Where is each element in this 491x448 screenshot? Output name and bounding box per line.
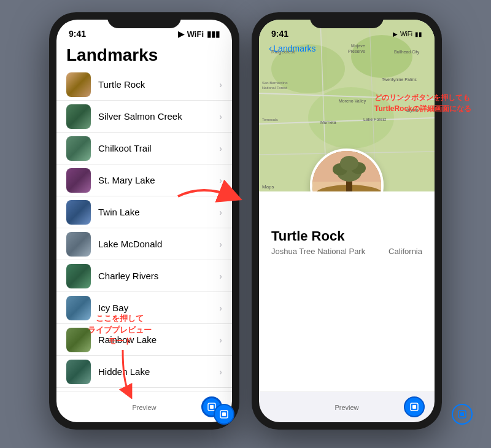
svg-rect-34 xyxy=(412,405,416,409)
thumb-twin-lake xyxy=(66,200,91,225)
detail-landmark-name: Turtle Rock xyxy=(271,228,422,244)
left-phone-frame: 9:41 ▶ WiFi ▮▮▮ Landmarks Turtle Rock › xyxy=(49,12,239,430)
back-chevron-icon: ‹ xyxy=(269,43,272,54)
name-silver-salmon: Silver Salmon Creek xyxy=(98,111,212,122)
chevron-rainbow-lake: › xyxy=(219,335,222,345)
list-item-st-mary[interactable]: St. Mary Lake › xyxy=(56,164,232,196)
list-item-turtle-rock[interactable]: Turtle Rock › xyxy=(56,69,232,101)
thumb-silver-salmon xyxy=(66,104,91,129)
right-phone-screen: 9:41 ▶ WiFi ▮▮ ‹ Landmarks xyxy=(259,20,435,422)
thumb-chilkoot xyxy=(66,136,91,161)
landmark-list: Turtle Rock › Silver Salmon Creek › Chil… xyxy=(56,69,232,392)
wifi-icon-right: WiFi xyxy=(400,31,412,37)
status-time-right: 9:41 xyxy=(271,29,288,39)
list-item-icy-bay[interactable]: Icy Bay › xyxy=(56,292,232,324)
preview-label-right: Preview xyxy=(334,404,358,411)
notch-right xyxy=(310,12,384,28)
name-st-mary: St. Mary Lake xyxy=(98,175,212,185)
chevron-hidden-lake: › xyxy=(219,367,222,377)
thumb-turtle-rock xyxy=(66,72,91,97)
name-lake-mcdonald: Lake McDonald xyxy=(98,239,212,249)
thumb-lake-mcdonald xyxy=(66,232,91,257)
list-item-lake-mcdonald[interactable]: Lake McDonald › xyxy=(56,228,232,260)
thumb-charley-rivers xyxy=(66,264,91,288)
preview-label-left: Preview xyxy=(132,404,156,411)
svg-text:National Forest: National Forest xyxy=(262,86,287,90)
preview-icon-filled[interactable] xyxy=(404,396,425,417)
detail-sub-info: Joshua Tree National Park California xyxy=(271,247,422,256)
svg-text:San Bernardino: San Bernardino xyxy=(262,81,288,85)
left-phone-screen: 9:41 ▶ WiFi ▮▮▮ Landmarks Turtle Rock › xyxy=(56,20,232,422)
chevron-chilkoot: › xyxy=(219,144,222,153)
name-charley-rivers: Charley Rivers xyxy=(98,271,212,281)
svg-text:Blythe: Blythe xyxy=(406,108,419,113)
signal-icon: ▶ xyxy=(178,29,184,39)
wifi-icon: WiFi xyxy=(187,29,204,39)
status-time-left: 9:41 xyxy=(69,29,86,39)
thumb-hidden-lake xyxy=(66,360,91,384)
detail-state: California xyxy=(389,247,422,256)
battery-icon: ▮▮▮ xyxy=(207,29,220,39)
thumb-rainbow-lake xyxy=(66,328,91,352)
svg-text:Maps: Maps xyxy=(262,184,274,190)
list-item-silver-salmon[interactable]: Silver Salmon Creek › xyxy=(56,101,232,133)
chevron-icy-bay: › xyxy=(219,303,222,313)
notch-left xyxy=(107,12,181,28)
thumb-st-mary xyxy=(66,168,91,193)
name-chilkoot: Chilkoot Trail xyxy=(98,143,212,153)
landmarks-title: Landmarks xyxy=(66,45,222,65)
name-twin-lake: Twin Lake xyxy=(98,207,212,217)
status-icons-right: ▶ WiFi ▮▮ xyxy=(393,31,422,37)
list-item-chilkoot[interactable]: Chilkoot Trail › xyxy=(56,133,232,164)
svg-text:Twentynine Palms: Twentynine Palms xyxy=(382,77,417,82)
chevron-twin-lake: › xyxy=(219,207,222,217)
list-item-twin-lake[interactable]: Twin Lake › xyxy=(56,196,232,228)
svg-text:Temecula: Temecula xyxy=(262,118,278,122)
back-label: Landmarks xyxy=(273,44,315,53)
svg-text:Moreno Valley: Moreno Valley xyxy=(339,99,366,104)
chevron-turtle-rock: › xyxy=(219,80,222,90)
name-turtle-rock: Turtle Rock xyxy=(98,79,212,90)
bottom-bar-left: Preview xyxy=(56,392,232,422)
signal-icon-right: ▶ xyxy=(393,31,398,37)
live-preview-button[interactable] xyxy=(201,396,222,417)
map-area: 9:41 ▶ WiFi ▮▮ ‹ Landmarks xyxy=(259,20,435,191)
battery-icon-right: ▮▮ xyxy=(415,31,422,37)
svg-rect-1 xyxy=(210,405,214,409)
main-container: 9:41 ▶ WiFi ▮▮▮ Landmarks Turtle Rock › xyxy=(0,0,491,448)
chevron-silver-salmon: › xyxy=(219,112,222,122)
name-icy-bay: Icy Bay xyxy=(98,303,212,313)
detail-info: Turtle Rock Joshua Tree National Park Ca… xyxy=(259,191,435,392)
right-phone-frame: 9:41 ▶ WiFi ▮▮ ‹ Landmarks xyxy=(252,12,442,430)
name-hidden-lake: Hidden Lake xyxy=(98,366,212,377)
svg-text:Lake Forest: Lake Forest xyxy=(363,117,386,122)
status-icons-left: ▶ WiFi ▮▮▮ xyxy=(178,29,220,39)
bottom-bar-right: Preview xyxy=(259,392,435,422)
thumb-icy-bay xyxy=(66,296,91,320)
detail-nav: ‹ Landmarks xyxy=(259,43,435,54)
svg-text:Murrieta: Murrieta xyxy=(320,120,336,125)
chevron-charley-rivers: › xyxy=(219,271,222,281)
list-item-rainbow-lake[interactable]: Rainbow Lake › xyxy=(56,324,232,356)
list-item-hidden-lake[interactable]: Hidden Lake › xyxy=(56,356,232,388)
back-button[interactable]: ‹ Landmarks xyxy=(269,43,316,54)
nav-bar-left: Landmarks xyxy=(56,43,232,69)
chevron-lake-mcdonald: › xyxy=(219,239,222,249)
name-rainbow-lake: Rainbow Lake xyxy=(98,334,212,345)
chevron-st-mary: › xyxy=(219,176,222,185)
list-item-charley-rivers[interactable]: Charley Rivers › xyxy=(56,260,232,292)
detail-park-name: Joshua Tree National Park xyxy=(271,247,365,256)
